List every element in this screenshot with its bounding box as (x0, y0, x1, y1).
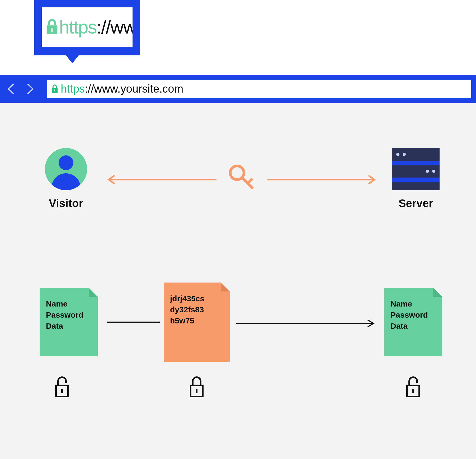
arrow-right-icon (267, 174, 378, 185)
plaintext-document: Name Password Data (40, 288, 98, 356)
doc3-line2: Password (390, 309, 436, 321)
address-rest: ://www.yoursite.com (85, 83, 183, 95)
svg-line-7 (248, 179, 252, 183)
doc3-line1: Name (390, 298, 436, 309)
server-actor: Server (389, 148, 442, 210)
https-callout-inner: https://ww (42, 7, 133, 47)
doc3-line3: Data (390, 321, 436, 332)
back-button[interactable] (5, 82, 19, 96)
doc2-line3: h5w75 (170, 315, 223, 326)
svg-rect-3 (54, 90, 55, 91)
key-exchange-row (106, 161, 378, 193)
person-icon (45, 148, 87, 190)
doc2-line1: jdrj435cs (170, 293, 223, 304)
diagram-panel: Visitor Server (0, 103, 476, 459)
lock-icon (45, 18, 59, 36)
visitor-label: Visitor (40, 197, 92, 210)
visitor-actor: Visitor (40, 148, 92, 210)
browser-toolbar: https://www.yoursite.com (0, 75, 476, 103)
key-icon (227, 163, 256, 192)
arrow-right-icon (107, 319, 160, 325)
lock-icon (51, 84, 59, 94)
address-https: https (61, 83, 85, 95)
callout-rest: ://ww (97, 17, 133, 37)
unlock-icon (404, 375, 422, 399)
callout-tail (66, 55, 79, 63)
encrypted-document: jdrj435cs dy32fs83 h5w75 (164, 283, 230, 362)
https-callout: https://ww (34, 0, 140, 55)
arrow-left-icon (106, 174, 216, 185)
server-label: Server (389, 197, 442, 210)
address-bar[interactable]: https://www.yoursite.com (47, 80, 471, 98)
unlock-icon (53, 375, 71, 399)
arrow-right-icon (236, 319, 376, 327)
doc1-line1: Name (46, 298, 91, 309)
address-text: https://www.yoursite.com (61, 83, 183, 95)
svg-rect-1 (51, 28, 53, 32)
doc1-line2: Password (46, 309, 91, 321)
encryption-flow-row: Name Password Data jdrj435cs dy32fs83 h5… (0, 288, 476, 420)
callout-url-text: https://ww (59, 17, 133, 38)
callout-https: https (59, 17, 97, 37)
doc1-line3: Data (46, 321, 91, 332)
forward-button[interactable] (22, 82, 36, 96)
doc2-line2: dy32fs83 (170, 304, 223, 315)
server-icon (392, 148, 440, 190)
lock-icon (187, 375, 206, 399)
decrypted-document: Name Password Data (384, 288, 442, 356)
